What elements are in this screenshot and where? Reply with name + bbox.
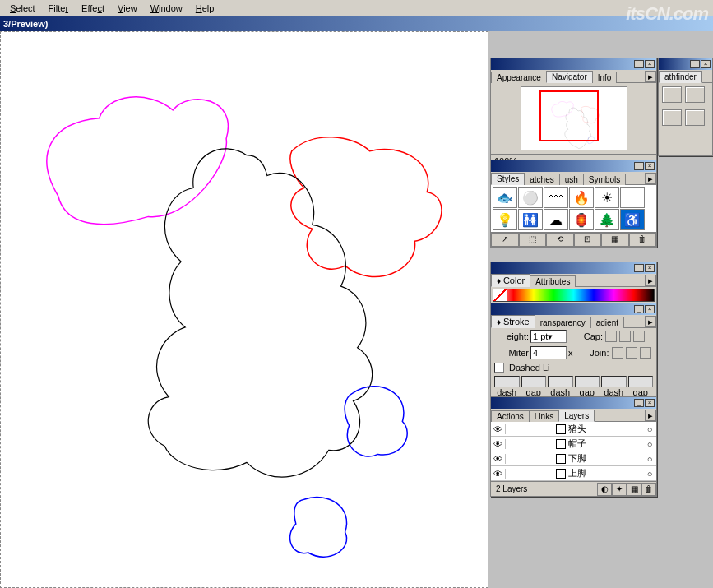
dash-input[interactable] bbox=[628, 376, 654, 387]
minimize-icon[interactable]: _ bbox=[690, 60, 700, 68]
close-icon[interactable]: × bbox=[645, 162, 655, 170]
delete-layer-btn[interactable]: 🗑 bbox=[641, 483, 656, 496]
panel-menu-icon[interactable]: ▸ bbox=[645, 71, 656, 82]
panel-titlebar[interactable]: _ × bbox=[491, 397, 656, 409]
layer-row[interactable]: 👁 帽子 ○ bbox=[491, 437, 656, 451]
tab-gradient[interactable]: adient bbox=[590, 317, 624, 328]
color-spectrum[interactable] bbox=[493, 289, 655, 302]
tab-swatches[interactable]: atches bbox=[524, 174, 559, 185]
panel-titlebar[interactable]: _ × bbox=[491, 262, 656, 274]
panel-menu-icon[interactable]: ▸ bbox=[645, 275, 656, 286]
join-bevel-btn[interactable] bbox=[640, 347, 651, 359]
layer-name[interactable]: 帽子 bbox=[568, 438, 643, 450]
pathfinder-btn[interactable] bbox=[662, 109, 682, 126]
tab-appearance[interactable]: Appearance bbox=[491, 72, 547, 83]
symbol-item[interactable]: ☀ bbox=[595, 187, 619, 208]
tab-transparency[interactable]: ransparency bbox=[535, 317, 591, 328]
menu-window[interactable]: Window bbox=[144, 2, 189, 15]
symbol-item[interactable]: ⚪ bbox=[518, 187, 543, 208]
navigator-viewbox[interactable] bbox=[539, 90, 599, 141]
panel-titlebar[interactable]: _ × bbox=[491, 58, 656, 70]
visibility-icon[interactable]: 👁 bbox=[491, 469, 506, 479]
panel-titlebar[interactable]: _ × bbox=[659, 58, 712, 70]
join-miter-btn[interactable] bbox=[612, 347, 623, 359]
symbol-item[interactable]: 〰 bbox=[544, 187, 568, 208]
symbol-tool-btn[interactable]: ⊡ bbox=[574, 233, 602, 247]
dash-input[interactable] bbox=[575, 376, 600, 387]
symbol-item[interactable]: 🌲 bbox=[595, 209, 619, 230]
panel-titlebar[interactable]: _ × bbox=[491, 303, 656, 315]
tab-actions[interactable]: Actions bbox=[491, 410, 530, 422]
tab-color[interactable]: ♦ Color bbox=[491, 274, 530, 287]
tab-links[interactable]: Links bbox=[529, 410, 559, 422]
close-icon[interactable]: × bbox=[645, 399, 655, 407]
panel-titlebar[interactable]: _ × bbox=[491, 160, 656, 172]
symbol-item[interactable]: 🏮 bbox=[569, 209, 594, 230]
symbol-item[interactable] bbox=[620, 187, 645, 208]
dash-input[interactable] bbox=[548, 376, 573, 387]
tab-styles[interactable]: Styles bbox=[491, 173, 525, 185]
target-icon[interactable]: ○ bbox=[643, 439, 656, 449]
symbol-tool-btn[interactable]: ↗ bbox=[491, 233, 519, 247]
symbol-item[interactable]: 💡 bbox=[493, 209, 517, 230]
close-icon[interactable]: × bbox=[645, 60, 655, 68]
minimize-icon[interactable]: _ bbox=[634, 399, 644, 407]
new-sublayer-btn[interactable]: ✦ bbox=[612, 483, 627, 496]
minimize-icon[interactable]: _ bbox=[634, 264, 644, 272]
artboard[interactable] bbox=[0, 31, 488, 588]
cap-square-btn[interactable] bbox=[633, 331, 645, 342]
cap-round-btn[interactable] bbox=[619, 331, 631, 342]
cap-butt-btn[interactable] bbox=[605, 331, 617, 342]
symbol-item[interactable]: 🚻 bbox=[518, 209, 543, 230]
layer-name[interactable]: 上脚 bbox=[568, 467, 643, 479]
menu-select[interactable]: SSelectelect bbox=[3, 2, 42, 15]
pathfinder-btn[interactable] bbox=[662, 86, 682, 103]
join-round-btn[interactable] bbox=[626, 347, 637, 359]
visibility-icon[interactable]: 👁 bbox=[491, 454, 506, 464]
minimize-icon[interactable]: _ bbox=[634, 162, 644, 170]
pathfinder-btn[interactable] bbox=[685, 86, 705, 103]
menu-filter[interactable]: Filter bbox=[42, 2, 75, 15]
weight-input[interactable]: 1 pt ▾ bbox=[530, 330, 567, 343]
tab-pathfinder[interactable]: athfinder bbox=[659, 71, 702, 83]
tab-symbols[interactable]: Symbols bbox=[583, 174, 626, 185]
layer-name[interactable]: 猪头 bbox=[568, 423, 643, 435]
delete-symbol-btn[interactable]: 🗑 bbox=[629, 233, 657, 247]
menu-help[interactable]: Help bbox=[189, 2, 221, 15]
symbol-tool-btn[interactable]: ⬚ bbox=[519, 233, 547, 247]
symbol-item[interactable]: ♿ bbox=[620, 209, 645, 230]
new-symbol-btn[interactable]: ▦ bbox=[601, 233, 629, 247]
pathfinder-btn[interactable] bbox=[685, 109, 705, 126]
close-icon[interactable]: × bbox=[645, 305, 655, 313]
close-icon[interactable]: × bbox=[701, 60, 711, 68]
minimize-icon[interactable]: _ bbox=[634, 60, 644, 68]
navigator-thumbnail[interactable] bbox=[521, 86, 627, 150]
menu-effect[interactable]: Effect bbox=[75, 2, 111, 15]
target-icon[interactable]: ○ bbox=[643, 424, 656, 434]
menu-view[interactable]: View bbox=[111, 2, 144, 15]
target-icon[interactable]: ○ bbox=[643, 454, 656, 464]
target-icon[interactable]: ○ bbox=[643, 469, 656, 479]
minimize-icon[interactable]: _ bbox=[634, 305, 644, 313]
new-layer-btn[interactable]: ▦ bbox=[627, 483, 641, 496]
tab-stroke[interactable]: ♦ Stroke bbox=[491, 315, 535, 328]
symbol-item[interactable]: 🐟 bbox=[493, 187, 517, 208]
visibility-icon[interactable]: 👁 bbox=[491, 424, 506, 434]
layer-row[interactable]: 👁 下脚 ○ bbox=[491, 451, 656, 466]
layer-name[interactable]: 下脚 bbox=[568, 452, 643, 465]
layer-row[interactable]: 👁 猪头 ○ bbox=[491, 422, 656, 437]
visibility-icon[interactable]: 👁 bbox=[491, 439, 506, 449]
tab-attributes[interactable]: Attributes bbox=[530, 275, 576, 287]
symbol-item[interactable]: ☁ bbox=[544, 209, 568, 230]
dash-input[interactable] bbox=[521, 376, 547, 387]
panel-menu-icon[interactable]: ▸ bbox=[645, 316, 656, 327]
tab-layers[interactable]: Layers bbox=[558, 410, 595, 422]
symbol-item[interactable]: 🔥 bbox=[569, 187, 594, 208]
layer-row[interactable]: 👁 上脚 ○ bbox=[491, 466, 656, 481]
symbol-tool-btn[interactable]: ⟲ bbox=[546, 233, 574, 247]
dash-input[interactable] bbox=[601, 376, 627, 387]
tab-navigator[interactable]: Navigator bbox=[546, 71, 593, 83]
dashed-checkbox[interactable] bbox=[494, 363, 504, 373]
tab-info[interactable]: Info bbox=[592, 72, 618, 83]
panel-menu-icon[interactable]: ▸ bbox=[645, 173, 656, 184]
